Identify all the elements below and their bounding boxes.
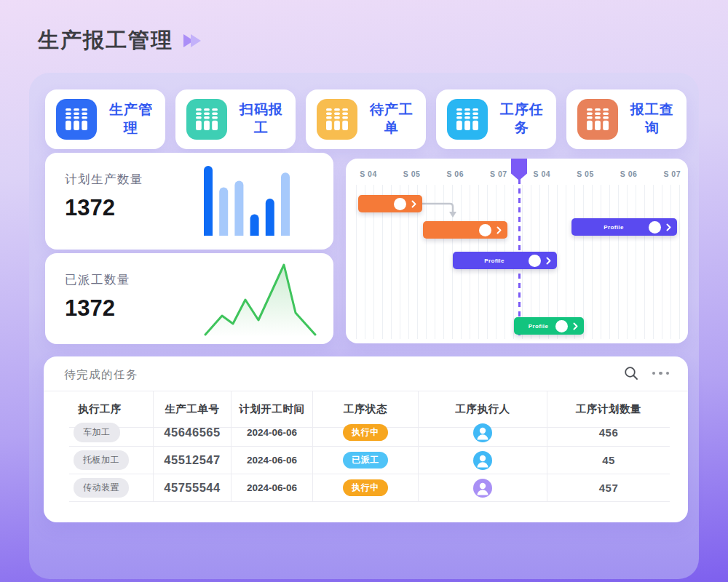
order-number: 45512547 xyxy=(164,453,220,467)
table-row-cell xyxy=(419,474,547,502)
timeline-label: S 05 xyxy=(403,170,421,178)
table-row-cell: 执行中 xyxy=(313,419,419,447)
timeline-label: S 04 xyxy=(360,170,377,178)
table-row-cell[interactable]: 托板加工 xyxy=(69,447,154,474)
order-number: 45646565 xyxy=(164,426,220,439)
process-badge: 车加工 xyxy=(74,423,120,442)
nav-item-label: 工序任务 xyxy=(488,101,556,137)
table-row-cell[interactable]: 传动装置 xyxy=(69,474,154,502)
order-number: 45755544 xyxy=(164,481,220,495)
books-icon xyxy=(577,99,618,140)
nav-item-process-tasks[interactable]: 工序任务 xyxy=(436,89,556,149)
table-row-cell: 456 xyxy=(547,419,670,447)
nav-item-report-query[interactable]: 报工查询 xyxy=(566,89,687,149)
gantt-bar[interactable]: Profile xyxy=(571,218,677,236)
table-row-cell[interactable]: 车加工 xyxy=(69,419,154,447)
books-icon xyxy=(317,99,357,140)
status-badge: 执行中 xyxy=(343,479,388,496)
table-row-cell: 45 xyxy=(547,447,670,474)
drag-handle-icon[interactable] xyxy=(479,224,491,236)
pending-tasks-card: 待完成的任务 执行工序 生产工单号 计划开工时间 工序状态 工序执行人 工序计划… xyxy=(44,356,688,522)
start-date: 2024-06-06 xyxy=(247,427,297,438)
table-row-cell xyxy=(419,419,547,447)
process-badge: 传动装置 xyxy=(74,478,129,498)
start-date: 2024-06-06 xyxy=(247,455,297,466)
gantt-chart: S 04S 05S 06S 07S 04S 05S 06S 07 Profile… xyxy=(346,159,688,343)
table-row-cell: 已派工 xyxy=(313,447,419,474)
page-title: 生产报工管理 xyxy=(38,26,173,55)
user-avatar-icon[interactable] xyxy=(473,423,492,442)
books-icon xyxy=(56,99,97,140)
books-icon xyxy=(447,99,488,140)
dispatched-card: 已派工数量 1372 xyxy=(45,253,333,344)
table-row-cell: 2024-06-06 xyxy=(232,474,313,502)
table-row-cell: 2024-06-06 xyxy=(232,447,313,474)
pending-tasks-table: 执行工序 生产工单号 计划开工时间 工序状态 工序执行人 工序计划数量 车加工 … xyxy=(69,391,670,502)
drag-handle-icon[interactable] xyxy=(394,198,406,210)
timeline-label: S 04 xyxy=(534,170,551,178)
nav-item-label: 待产工单 xyxy=(357,101,426,137)
books-icon xyxy=(186,99,227,140)
main-panel: 生产管理 扫码报工 待产工单 工序任务 报工查询 xyxy=(29,73,699,579)
gantt-bar-label: Profile xyxy=(579,224,649,231)
drag-handle-icon[interactable] xyxy=(649,221,661,234)
user-avatar-icon[interactable] xyxy=(473,451,492,470)
gantt-bar[interactable] xyxy=(423,221,507,239)
chevron-right-icon xyxy=(546,257,551,265)
process-badge: 托板加工 xyxy=(74,450,129,470)
status-badge: 已派工 xyxy=(343,452,388,469)
gantt-bar[interactable]: Profile xyxy=(453,252,557,269)
nav-item-production-management[interactable]: 生产管理 xyxy=(45,89,165,149)
planned-production-bar-chart xyxy=(204,166,293,236)
current-time-marker-icon[interactable] xyxy=(511,159,527,180)
timeline-label: S 06 xyxy=(620,170,638,178)
table-title: 待完成的任务 xyxy=(64,367,138,383)
ellipsis-icon[interactable] xyxy=(652,372,670,375)
table-row-cell: 45646565 xyxy=(154,419,232,447)
timeline-label: S 05 xyxy=(577,170,594,178)
nav-item-scan-report[interactable]: 扫码报工 xyxy=(175,89,296,149)
nav-item-label: 生产管理 xyxy=(97,101,165,137)
planned-qty: 45 xyxy=(602,454,615,466)
drag-handle-icon[interactable] xyxy=(555,320,568,332)
table-row-cell: 457 xyxy=(547,474,670,502)
gantt-bar-label: Profile xyxy=(460,258,529,264)
timeline-label: S 07 xyxy=(663,170,681,178)
chevron-right-icon xyxy=(666,223,671,231)
drag-handle-icon[interactable] xyxy=(529,255,541,267)
table-header-bar: 待完成的任务 xyxy=(44,356,688,391)
start-date: 2024-06-06 xyxy=(247,482,297,493)
nav-item-label: 扫码报工 xyxy=(227,101,296,137)
stat-value: 1372 xyxy=(65,295,115,322)
nav-item-label: 报工查询 xyxy=(618,101,687,137)
stat-value: 1372 xyxy=(65,195,115,221)
page-header: 生产报工管理 xyxy=(38,26,201,55)
gantt-bar[interactable]: Profile xyxy=(514,317,584,335)
timeline-label: S 07 xyxy=(490,170,507,178)
user-avatar-icon[interactable] xyxy=(473,479,492,498)
search-icon[interactable] xyxy=(623,365,639,381)
status-badge: 执行中 xyxy=(343,424,388,441)
nav-item-pending-orders[interactable]: 待产工单 xyxy=(306,89,426,149)
play-arrow-icon xyxy=(191,34,201,47)
table-row-cell: 45512547 xyxy=(154,447,232,474)
nav-row: 生产管理 扫码报工 待产工单 工序任务 报工查询 xyxy=(45,89,687,149)
chevron-right-icon xyxy=(411,200,416,208)
gantt-bar[interactable] xyxy=(358,195,422,212)
dispatched-line-chart xyxy=(204,263,317,337)
planned-qty: 456 xyxy=(599,426,619,439)
timeline-label: S 06 xyxy=(446,170,464,178)
table-row-cell: 45755544 xyxy=(154,474,232,502)
gantt-bar-label: Profile xyxy=(521,323,555,330)
table-row-cell xyxy=(419,447,547,474)
planned-production-card: 计划生产数量 1372 xyxy=(45,153,333,250)
stat-label: 已派工数量 xyxy=(65,272,130,288)
chevron-right-icon xyxy=(573,322,578,330)
planned-qty: 457 xyxy=(599,482,619,494)
table-row-cell: 执行中 xyxy=(313,474,419,502)
chevron-right-icon xyxy=(496,226,502,234)
table-row-cell: 2024-06-06 xyxy=(232,419,313,447)
stat-label: 计划生产数量 xyxy=(65,172,143,188)
